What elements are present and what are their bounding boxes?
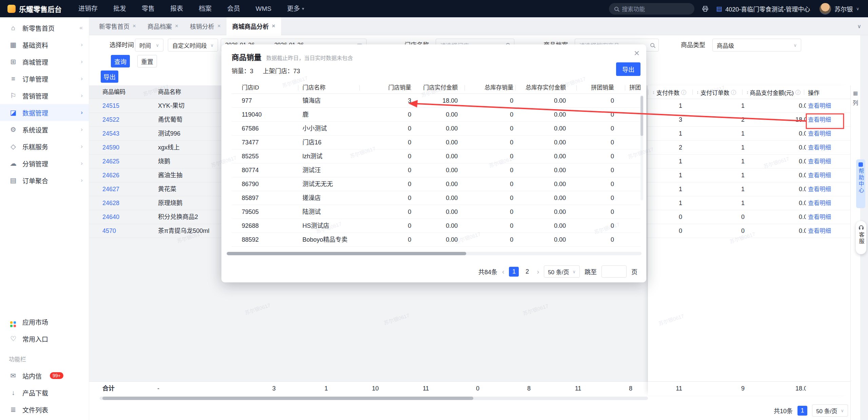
modal-table-row: 85897搓澡店00.0000.000 — [232, 191, 640, 205]
customer-service-label: 客服 — [857, 232, 865, 245]
col-pay-amount[interactable]: ↕ 商品支付金额(元) i — [746, 85, 801, 99]
time-filter-label: 选择时间 — [110, 39, 134, 52]
printer-icon[interactable] — [702, 5, 709, 12]
modal-page-size-select[interactable]: 50 条/页 ∨ — [544, 265, 580, 278]
sidebar-shortcut-0[interactable]: 应用市场 — [0, 313, 89, 330]
sidebar-item-3[interactable]: ≡订单管理› — [0, 70, 89, 87]
sort-icon[interactable]: ↕ — [696, 89, 699, 95]
help-center-tab[interactable]: 帮助中心 — [856, 159, 865, 208]
sidebar-shortcut-1[interactable]: ♡常用入口 — [0, 330, 89, 347]
sidebar-item-2[interactable]: ⊞商城管理› — [0, 53, 89, 70]
page-1[interactable]: 1 — [797, 406, 807, 416]
table-fixed-body: 110.00查看明细3218.00查看明细110.00查看明细210.00查看明… — [648, 99, 850, 381]
topbar-menu-item-2[interactable]: 零售 — [134, 0, 162, 17]
product-type-select[interactable]: 商品级∨ — [712, 39, 801, 52]
app: 乐耀零售后台 进销存批发零售报表档案会员WMS更多▾ 搜索功能 ▤ 4020-喜… — [0, 0, 868, 420]
topbar-menu-item-0[interactable]: 进销存 — [71, 0, 105, 17]
product-code-link[interactable]: 24515 — [102, 99, 119, 113]
sidebar-item-9[interactable]: ▤订单聚合› — [0, 172, 89, 189]
search-button[interactable]: 查询 — [111, 55, 130, 67]
time-type-select[interactable]: 时间∨ — [135, 39, 163, 52]
view-detail-link[interactable]: 查看明细 — [808, 155, 831, 168]
topbar-menu-item-5[interactable]: 会员 — [219, 0, 248, 17]
close-icon[interactable]: × — [272, 23, 275, 29]
product-code-link[interactable]: 24590 — [102, 141, 119, 155]
view-detail-link[interactable]: 查看明细 — [808, 210, 831, 224]
sidebar-tool-0[interactable]: ✉站内信99+ — [0, 367, 89, 384]
sidebar-item-7[interactable]: ◇乐糕服务› — [0, 138, 89, 155]
sidebar-item-5[interactable]: ◪数据管理› — [0, 104, 89, 121]
collapse-icon[interactable]: « — [80, 24, 83, 31]
sort-icon[interactable]: ↕ — [746, 89, 749, 95]
scrollbar-thumb[interactable] — [102, 397, 473, 400]
prev-page-icon[interactable]: ‹ — [502, 268, 505, 276]
product-code-link[interactable]: 24627 — [102, 182, 119, 196]
close-icon[interactable]: × — [175, 23, 178, 29]
mail-icon: ✉ — [9, 372, 18, 380]
col-pay-qty[interactable]: ↕ 支付件数 i — [652, 85, 686, 99]
export-button[interactable]: 导出 — [101, 71, 118, 83]
view-detail-link[interactable]: 查看明细 — [808, 99, 831, 113]
modal-vertical-scrollbar[interactable] — [640, 95, 643, 200]
product-name: 酱油生抽 — [158, 168, 182, 182]
tab-3[interactable]: 商城商品分析× — [226, 17, 281, 35]
modal-horizontal-scrollbar[interactable] — [226, 252, 642, 255]
close-icon[interactable]: × — [634, 48, 639, 58]
view-detail-link[interactable]: 查看明细 — [808, 113, 831, 127]
reset-button[interactable]: 重置 — [137, 55, 157, 67]
col-pay-orders[interactable]: ↕ 支付订单数 i — [696, 85, 736, 99]
sidebar-item-4[interactable]: ⚐营销管理› — [0, 87, 89, 104]
product-code-link[interactable]: 24628 — [102, 196, 119, 210]
product-code-link[interactable]: 24626 — [102, 168, 119, 182]
topbar-menu-item-6[interactable]: WMS — [248, 0, 279, 17]
tab-1[interactable]: 商品档案× — [142, 17, 184, 35]
totals-row: 合计 -31101108118 — [89, 381, 648, 395]
tab-0[interactable]: 新零售首页× — [93, 17, 142, 35]
user-menu[interactable]: 苏尔银 ∨ — [820, 3, 859, 15]
modal-col-header: 总库存销量 — [469, 82, 513, 94]
modal-export-button[interactable]: 导出 — [616, 62, 640, 76]
view-detail-link[interactable]: 查看明细 — [808, 168, 831, 182]
marketing-icon: ⚐ — [9, 92, 18, 100]
product-code-link[interactable]: 4570 — [102, 224, 116, 238]
table-row-fixed: 000.00查看明细 — [648, 224, 850, 238]
view-detail-link[interactable]: 查看明细 — [808, 196, 831, 210]
topbar-menu-item-1[interactable]: 批发 — [105, 0, 134, 17]
close-icon[interactable]: × — [217, 23, 221, 29]
product-code-link[interactable]: 24640 — [102, 210, 119, 224]
topbar-search-input[interactable]: 搜索功能 — [609, 3, 694, 15]
tabs-overflow-icon[interactable]: ∨ — [857, 23, 861, 29]
sidebar-item-0[interactable]: ⌂新零售首页« — [0, 19, 89, 36]
tab-2[interactable]: 核销分析× — [184, 17, 226, 35]
topbar-menu-item-3[interactable]: 报表 — [162, 0, 191, 17]
product-code-link[interactable]: 24625 — [102, 155, 119, 168]
product-code-link[interactable]: 24543 — [102, 127, 119, 141]
scrollbar-thumb[interactable] — [640, 96, 643, 136]
view-detail-link[interactable]: 查看明细 — [808, 127, 831, 141]
product-code-link[interactable]: 24522 — [102, 113, 119, 127]
horizontal-scrollbar[interactable] — [100, 397, 648, 400]
view-detail-link[interactable]: 查看明细 — [808, 182, 831, 196]
topbar-menu-item-4[interactable]: 档案 — [191, 0, 219, 17]
scrollbar-thumb[interactable] — [227, 252, 466, 255]
sidebar-tool-1[interactable]: ↓产品下载 — [0, 384, 89, 401]
modal-page-2[interactable]: 2 — [522, 267, 532, 277]
view-detail-link[interactable]: 查看明细 — [808, 224, 831, 238]
app-logo[interactable]: 乐耀零售后台 — [0, 4, 71, 14]
close-icon[interactable]: × — [133, 23, 136, 29]
customer-service-button[interactable]: 客服 — [856, 221, 866, 254]
page-size-select[interactable]: 50 条/页 ∨ — [812, 404, 848, 417]
sidebar-item-6[interactable]: ⚙系统设置› — [0, 121, 89, 138]
modal-page-1[interactable]: 1 — [509, 267, 519, 277]
company-name: 4020-喜临门零食测试-管理中心 — [725, 4, 810, 13]
sidebar-item-1[interactable]: ▦基础资料› — [0, 36, 89, 53]
view-detail-link[interactable]: 查看明细 — [808, 141, 831, 155]
sort-icon[interactable]: ↕ — [652, 89, 655, 95]
company-switcher[interactable]: ▤ 4020-喜临门零食测试-管理中心 — [716, 4, 810, 13]
sidebar-tool-2[interactable]: ≣文件列表 — [0, 401, 89, 418]
jump-page-input[interactable] — [601, 265, 627, 278]
sidebar-item-8[interactable]: ☁分销管理› — [0, 155, 89, 172]
topbar-menu-more[interactable]: 更多▾ — [279, 0, 312, 17]
next-page-icon[interactable]: › — [537, 268, 539, 276]
time-range-select[interactable]: 自定义时间段∨ — [168, 39, 218, 52]
